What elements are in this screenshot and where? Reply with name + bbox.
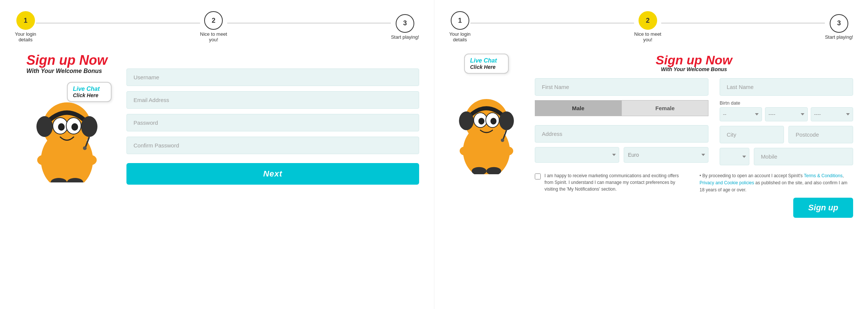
birthdate-year-select[interactable]: ---- xyxy=(811,107,853,121)
privacy-cookie-link[interactable]: Privacy and Cookie policies xyxy=(700,180,754,185)
step-1-item-right: 1 Your logindetails xyxy=(449,11,470,42)
right-mascot-area: Live Chat Click Here xyxy=(449,54,524,174)
form-split-right: Birtn date -- ---- ---- xyxy=(720,78,853,167)
step-2-item: 2 Nice to meetyou! xyxy=(200,11,227,42)
step-2-label-right: Nice to meetyou! xyxy=(634,31,661,42)
step-1-circle-right: 1 xyxy=(451,11,469,30)
first-name-input[interactable] xyxy=(535,78,708,96)
birthdate-label: Birtn date xyxy=(720,100,853,106)
signup-button[interactable]: Sign up xyxy=(793,198,853,218)
step-1-label-right: Your logindetails xyxy=(449,31,470,42)
gender-male-btn[interactable]: Male xyxy=(535,100,621,116)
step-3-label: Start playing! xyxy=(391,34,419,40)
confirm-password-input[interactable] xyxy=(126,137,419,154)
city-input[interactable] xyxy=(720,126,784,143)
mascot-svg-right xyxy=(453,77,520,174)
svg-point-24 xyxy=(460,146,472,156)
step-2-circle: 2 xyxy=(204,11,223,30)
signup-subtitle-right: With Your Welcome Bonus xyxy=(535,66,853,72)
terms-conditions-link[interactable]: Terms & Conditions xyxy=(804,173,842,178)
step-line-1-right xyxy=(470,23,634,23)
step-line-1 xyxy=(36,23,200,23)
left-form-area: Next xyxy=(126,54,419,185)
phone-row xyxy=(720,148,853,165)
address-input[interactable] xyxy=(535,125,708,143)
currency-select[interactable]: Euro xyxy=(624,147,708,163)
svg-point-20 xyxy=(478,118,484,124)
right-form-container: Sign up Now With Your Welcome Bonus Male… xyxy=(535,54,853,218)
svg-point-7 xyxy=(71,123,78,131)
country-currency-row: Euro xyxy=(535,147,708,163)
birthdate-group: -- ---- ---- xyxy=(720,107,853,121)
gender-btn-group: Male Female xyxy=(535,100,708,116)
left-panel: 1 Your logindetails 2 Nice to meetyou! 3… xyxy=(0,0,434,309)
step-3-circle: 3 xyxy=(396,14,414,33)
mascot-left: Live Chat Click Here xyxy=(22,78,112,182)
postcode-input[interactable] xyxy=(788,126,853,143)
terms-text: • By proceeding to open an account I acc… xyxy=(700,172,853,194)
svg-point-16 xyxy=(459,111,474,130)
svg-point-10 xyxy=(37,155,51,165)
birthdate-day-select[interactable]: -- xyxy=(720,107,762,121)
svg-point-21 xyxy=(491,118,496,124)
password-input[interactable] xyxy=(126,114,419,131)
right-panel-body: Live Chat Click Here xyxy=(449,54,853,302)
svg-point-6 xyxy=(58,123,65,131)
step-1-circle: 1 xyxy=(16,11,35,30)
marketing-checkbox-text: I am happy to receive marketing communic… xyxy=(544,172,688,192)
right-stepper: 1 Your logindetails 2 Nice to meetyou! 3… xyxy=(449,7,853,42)
live-chat-bubble-right[interactable]: Live Chat Click Here xyxy=(464,54,509,74)
left-stepper: 1 Your logindetails 2 Nice to meetyou! 3… xyxy=(15,7,419,42)
signup-title-right: Sign up Now xyxy=(535,54,853,66)
country-select[interactable] xyxy=(535,147,619,163)
city-postcode-row xyxy=(720,126,853,143)
username-input[interactable] xyxy=(126,69,419,86)
step-3-label-right: Start playing! xyxy=(825,34,853,40)
svg-point-23 xyxy=(501,138,504,142)
step-1-label: Your logindetails xyxy=(15,31,36,42)
step-3-circle-right: 3 xyxy=(830,14,848,33)
birthdate-month-select[interactable]: ---- xyxy=(765,107,807,121)
mobile-input[interactable] xyxy=(754,148,853,165)
svg-point-3 xyxy=(81,116,97,137)
bottom-right: • By proceeding to open an account I acc… xyxy=(700,172,853,218)
svg-point-11 xyxy=(83,155,97,165)
signup-title-left: Sign up Now With Your Welcome Bonus xyxy=(26,54,107,74)
marketing-checkbox-row: I am happy to receive marketing communic… xyxy=(535,172,688,192)
live-chat-line1-right: Live Chat xyxy=(470,57,503,64)
form-split: Male Female Euro xyxy=(535,78,853,167)
step-line-2 xyxy=(227,23,391,23)
mascot-svg-left xyxy=(30,82,104,182)
svg-point-25 xyxy=(501,146,513,156)
bottom-left: I am happy to receive marketing communic… xyxy=(535,172,688,218)
marketing-checkbox[interactable] xyxy=(535,173,541,179)
step-2-label: Nice to meetyou! xyxy=(200,31,227,42)
next-button[interactable]: Next xyxy=(126,163,419,185)
step-line-2-right xyxy=(661,23,825,23)
right-panel: 1 Your logindetails 2 Nice to meetyou! 3… xyxy=(434,0,868,309)
step-2-item-right: 2 Nice to meetyou! xyxy=(634,11,661,42)
step-3-item-right: 3 Start playing! xyxy=(825,14,853,40)
phone-code-select[interactable] xyxy=(720,148,749,165)
step-1-item: 1 Your logindetails xyxy=(15,11,36,42)
svg-point-9 xyxy=(83,146,87,150)
last-name-input[interactable] xyxy=(720,78,853,96)
svg-point-2 xyxy=(36,116,53,137)
left-mascot-area: Sign up Now With Your Welcome Bonus Live… xyxy=(15,54,119,182)
birthdate-container: Birtn date -- ---- ---- xyxy=(720,100,853,121)
svg-point-17 xyxy=(499,111,514,130)
left-panel-body: Sign up Now With Your Welcome Bonus Live… xyxy=(15,54,419,302)
email-input[interactable] xyxy=(126,91,419,109)
step-2-circle-right: 2 xyxy=(639,11,657,30)
live-chat-line2-right: Click Here xyxy=(470,64,503,70)
bottom-section: I am happy to receive marketing communic… xyxy=(535,172,853,218)
gender-female-btn[interactable]: Female xyxy=(621,100,708,116)
form-split-left: Male Female Euro xyxy=(535,78,708,167)
step-3-item: 3 Start playing! xyxy=(391,14,419,40)
